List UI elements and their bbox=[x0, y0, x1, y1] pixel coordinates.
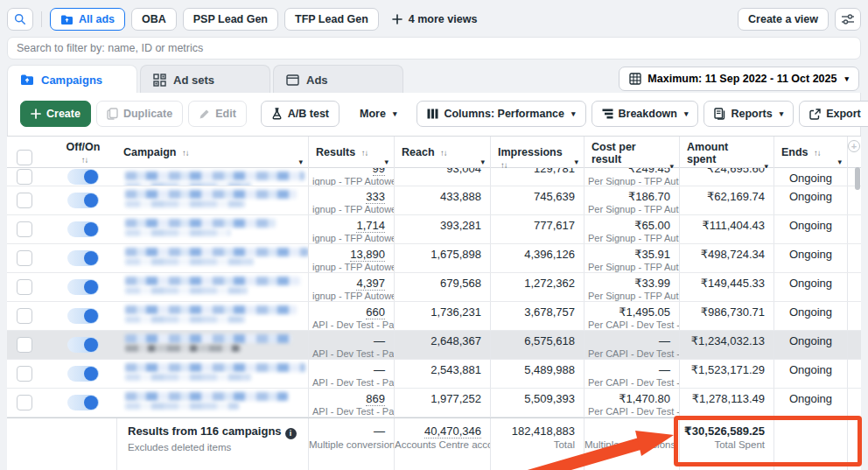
filter-bar bbox=[7, 37, 861, 60]
campaign-toggle[interactable] bbox=[67, 221, 99, 237]
results-link[interactable]: 99 bbox=[373, 168, 385, 176]
row-checkbox[interactable] bbox=[17, 193, 32, 208]
view-psp-lead-gen[interactable]: PSP Lead Gen bbox=[183, 8, 278, 31]
chevron-down-icon: ▾ bbox=[837, 156, 842, 168]
redacted-text bbox=[125, 345, 242, 352]
row-checkbox[interactable] bbox=[17, 395, 32, 410]
ad-sets-grid-icon bbox=[153, 74, 166, 87]
select-all-checkbox[interactable] bbox=[17, 150, 32, 165]
campaign-toggle[interactable] bbox=[67, 250, 99, 266]
more-views-button[interactable]: 4 more views bbox=[385, 13, 485, 25]
view-settings-button[interactable] bbox=[835, 8, 861, 31]
campaign-name-redacted[interactable] bbox=[116, 186, 308, 214]
campaign-row: 869API - Dev Test - Paid...1,977,2525,50… bbox=[7, 389, 861, 417]
row-checkbox[interactable] bbox=[17, 279, 32, 295]
duplicate-icon bbox=[107, 108, 118, 120]
filter-input[interactable] bbox=[17, 42, 851, 54]
campaign-toggle[interactable] bbox=[67, 395, 99, 410]
campaign-name-redacted[interactable] bbox=[116, 215, 308, 243]
sliders-icon bbox=[841, 13, 855, 25]
info-icon[interactable]: i bbox=[285, 428, 297, 439]
results-link[interactable]: 13,890 bbox=[350, 248, 385, 262]
tab-ad-sets[interactable]: Ad sets bbox=[140, 65, 270, 94]
table-header: Off/On ↑↓ Campaign ↑↓ ▾ Results ↑↓ ▾ Rea… bbox=[7, 136, 861, 168]
columns-icon bbox=[427, 109, 438, 119]
campaign-toggle[interactable] bbox=[67, 308, 99, 324]
footer-amount-spent: ₹30,526,589.25 Total Spent bbox=[679, 418, 774, 470]
redacted-text bbox=[125, 229, 230, 236]
date-range-button[interactable]: Maximum: 11 Sep 2022 - 11 Oct 2025 ▾ bbox=[619, 67, 859, 91]
view-tfp-lead-gen[interactable]: TFP Lead Gen bbox=[284, 8, 379, 31]
row-checkbox[interactable] bbox=[17, 337, 32, 353]
campaign-toggle[interactable] bbox=[67, 193, 99, 208]
results-link[interactable]: 1,714 bbox=[356, 219, 385, 233]
results-link[interactable]: 660 bbox=[366, 305, 385, 319]
impressions-value: 129,781 bbox=[491, 168, 584, 175]
reach-total-link[interactable]: 40,470,346 bbox=[424, 424, 481, 438]
campaign-name-redacted[interactable] bbox=[116, 331, 308, 359]
reports-button[interactable]: Reports ▾ bbox=[704, 101, 794, 127]
campaign-name-redacted[interactable] bbox=[116, 302, 308, 330]
redacted-text bbox=[125, 334, 291, 343]
campaign-toggle[interactable] bbox=[67, 337, 99, 353]
duplicate-button[interactable]: Duplicate bbox=[96, 101, 183, 127]
campaign-toggle[interactable] bbox=[67, 366, 99, 382]
create-button[interactable]: Create bbox=[20, 101, 91, 127]
flask-icon bbox=[271, 108, 283, 120]
plus-icon bbox=[31, 109, 41, 119]
results-sublabel: API - Dev Test - Paid... bbox=[309, 405, 394, 417]
pencil-icon bbox=[199, 109, 210, 120]
ab-test-button[interactable]: A/B test bbox=[261, 101, 340, 127]
campaign-name-redacted[interactable] bbox=[116, 273, 308, 301]
footer-impressions: 182,418,883 Total bbox=[490, 418, 584, 470]
add-column-icon[interactable]: + bbox=[848, 140, 860, 152]
row-checkbox[interactable] bbox=[17, 366, 32, 382]
reach-value: 1,675,898 bbox=[395, 244, 490, 261]
campaign-name-redacted[interactable] bbox=[116, 389, 308, 417]
campaign-name-redacted[interactable] bbox=[116, 244, 308, 272]
sort-icon: ↑↓ bbox=[814, 148, 821, 158]
impressions-value: 745,639 bbox=[491, 186, 584, 203]
view-oba[interactable]: OBA bbox=[131, 8, 177, 31]
create-a-view-button[interactable]: Create a view bbox=[738, 8, 829, 31]
row-checkbox[interactable] bbox=[17, 221, 32, 237]
row-checkbox[interactable] bbox=[17, 250, 32, 266]
cost-per-result-value: ₹1,470.80 bbox=[584, 389, 679, 405]
campaign-toggle[interactable] bbox=[67, 169, 99, 185]
results-link[interactable]: 333 bbox=[366, 190, 385, 204]
results-link[interactable]: 4,397 bbox=[356, 277, 385, 291]
plus-icon bbox=[392, 14, 402, 25]
results-sublabel: ignup - TFP Autowe... bbox=[309, 261, 394, 272]
chevron-down-icon: ▾ bbox=[684, 110, 689, 118]
search-views-button[interactable] bbox=[7, 8, 33, 31]
redacted-text bbox=[125, 200, 245, 207]
top-view-bar: All ads OBA PSP Lead Gen TFP Lead Gen 4 … bbox=[7, 7, 861, 32]
impressions-value: 4,396,126 bbox=[491, 244, 584, 261]
campaign-toggle[interactable] bbox=[67, 279, 99, 295]
tab-campaigns[interactable]: Campaigns bbox=[7, 65, 137, 94]
campaign-name-redacted[interactable] bbox=[116, 168, 308, 186]
view-all-ads[interactable]: All ads bbox=[50, 8, 125, 31]
row-checkbox[interactable] bbox=[17, 169, 32, 185]
cost-per-result-value: — bbox=[584, 360, 679, 376]
results-link[interactable]: 869 bbox=[366, 392, 385, 406]
footer-reach: 40,470,346 Accounts Centre acco... bbox=[394, 418, 490, 470]
tab-ads[interactable]: Ads bbox=[273, 65, 403, 94]
redacted-text bbox=[125, 392, 288, 401]
sort-icon: ↑↓ bbox=[361, 148, 368, 158]
results-sublabel: ignup - TFP Autowe... bbox=[309, 290, 394, 301]
breakdown-button[interactable]: Breakdown ▾ bbox=[592, 101, 699, 127]
cost-per-result-sublabel: Per Signup - TFP Aut... bbox=[584, 261, 679, 272]
export-button[interactable]: Export ▾ bbox=[799, 101, 868, 127]
more-button[interactable]: More ▾ bbox=[350, 101, 406, 127]
columns-button[interactable]: Columns: Performance ▾ bbox=[416, 101, 585, 127]
row-checkbox[interactable] bbox=[17, 308, 32, 324]
chevron-down-icon: ▾ bbox=[384, 156, 388, 168]
amount-spent-value: ₹24,695.60 bbox=[680, 168, 774, 175]
results-sublabel: API - Dev Test - Paid... bbox=[309, 376, 394, 388]
cost-per-result-sublabel: Per Signup - TFP Aut... bbox=[584, 203, 679, 214]
campaign-name-redacted[interactable] bbox=[116, 360, 308, 388]
scrollbar-thumb[interactable] bbox=[855, 167, 860, 190]
chevron-down-icon: ▾ bbox=[780, 110, 784, 118]
edit-button[interactable]: Edit bbox=[188, 101, 247, 127]
